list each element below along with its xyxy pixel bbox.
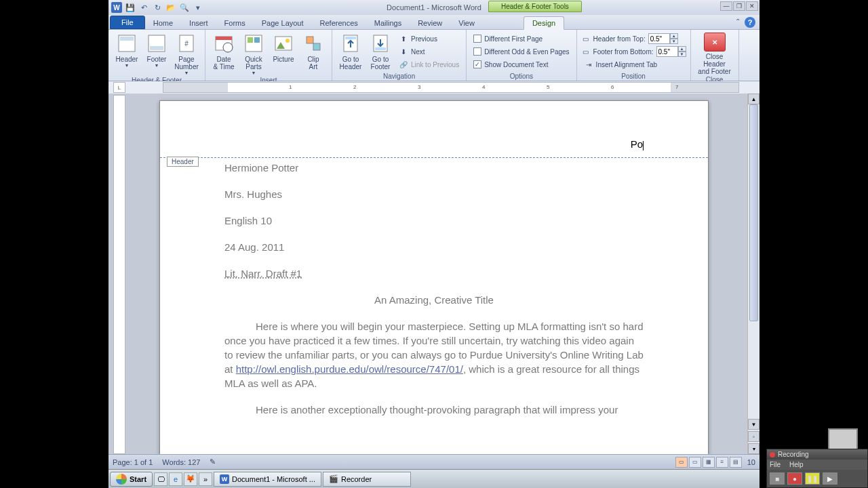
record-button[interactable]: ● [787,472,802,485]
vertical-scrollbar[interactable]: ▲ ▼ ◦ ▾ [747,94,760,454]
web-layout-view-icon[interactable]: ▦ [703,457,715,468]
undo-icon[interactable]: ↶ [138,2,149,13]
firefox-icon[interactable]: 🦊 [184,472,197,486]
date-time-icon [213,33,235,54]
overflow-icon[interactable]: » [199,472,212,486]
close-header-footer-button[interactable]: ✕ Close Header and Footer [695,31,734,75]
different-first-page-checkbox[interactable]: Different First Page [471,33,572,45]
ribbon-tabs: File Home Insert Forms Page Layout Refer… [108,15,760,30]
draft-view-icon[interactable]: ▤ [730,457,742,468]
checkbox-icon [473,47,481,56]
review-tab[interactable]: Review [410,17,450,29]
options-group-label: Options [471,72,572,81]
different-odd-even-checkbox[interactable]: Different Odd & Even Pages [471,45,572,58]
link-previous-button[interactable]: 🔗Link to Previous [396,58,462,70]
previous-icon: ⬆ [399,34,408,43]
ie-icon[interactable]: e [169,472,182,486]
stop-button[interactable]: ■ [770,472,785,485]
date-time-button[interactable]: Date & Time [210,31,238,70]
print-layout-view-icon[interactable]: ▭ [675,457,688,468]
quick-parts-icon [243,33,264,54]
proofing-icon[interactable]: ✎ [210,458,216,466]
zoom-level[interactable]: 10 [747,458,755,466]
navigation-group-label: Navigation [336,72,462,81]
qat-dropdown-icon[interactable]: ▾ [193,2,203,13]
header-label-tab: Header [167,157,199,167]
svg-rect-10 [248,37,253,43]
start-button[interactable]: Start [110,472,153,487]
owl-link: http://owl.english.purdue.edu/owl/resour… [236,363,463,375]
paragraph: Here is where you will begin your master… [224,319,644,390]
header-from-top-input[interactable]: ▲▼ [648,33,678,44]
scroll-down-icon[interactable]: ▼ [748,419,760,430]
design-tab[interactable]: Design [524,16,564,30]
save-icon[interactable]: 💾 [125,2,136,13]
link-icon: 🔗 [399,60,408,69]
mailings-tab[interactable]: Mailings [366,17,410,29]
header-text[interactable]: Po [224,138,644,150]
vertical-ruler[interactable] [113,95,125,454]
scroll-up-icon[interactable]: ▲ [748,94,760,104]
show-desktop-icon[interactable]: 🖵 [154,472,167,486]
next-page-icon[interactable]: ▾ [748,443,760,454]
recorder-window: Recording File Help ■ ● ❚❚ ▶ [766,449,868,488]
footer-from-bottom-input[interactable]: ▲▼ [656,46,686,57]
word-count[interactable]: Words: 127 [162,458,200,466]
next-icon: ⬇ [399,47,408,56]
clip-art-button[interactable]: Clip Art [299,31,328,70]
restore-button[interactable]: ❐ [733,1,745,11]
svg-rect-18 [345,37,356,39]
view-tab[interactable]: View [450,17,483,29]
footer-from-bottom-row: ▭ Footer from Bottom: ▲▼ [581,45,686,58]
pause-button[interactable]: ❚❚ [805,472,820,485]
document-body[interactable]: Hermione Potter Mrs. Hughes English 10 2… [160,157,708,432]
quick-parts-button[interactable]: Quick Parts▼ [239,31,268,76]
document-area: Po Header Hermione Potter Mrs. Hughes En… [108,94,760,454]
word-taskbar-button[interactable]: W Document1 - Microsoft ... [214,472,321,487]
footer-icon [146,33,167,54]
context-tool-tab: Header & Footer Tools [488,1,582,12]
minimize-ribbon-icon[interactable]: ⌃ [735,18,741,25]
goto-footer-button[interactable]: Go to Footer [366,31,395,70]
insert-tab[interactable]: Insert [181,17,216,29]
footer-button[interactable]: Footer▼ [142,31,171,68]
page-number-button[interactable]: # Page Number▼ [172,31,201,76]
page-layout-tab[interactable]: Page Layout [254,17,312,29]
next-button[interactable]: ⬇Next [396,45,462,58]
recorder-help-menu[interactable]: Help [789,461,804,468]
preview-icon[interactable]: 🔍 [179,2,190,13]
redo-icon[interactable]: ↻ [152,2,163,13]
close-window-button[interactable]: ✕ [746,1,758,11]
recorder-titlebar[interactable]: Recording [767,449,867,460]
home-tab[interactable]: Home [145,17,181,29]
minimize-button[interactable]: — [720,1,732,11]
heading-line: Hermione Potter [224,161,644,175]
outline-view-icon[interactable]: ≡ [716,457,728,468]
previous-button[interactable]: ⬆Previous [396,33,462,45]
svg-point-14 [285,39,290,43]
horizontal-ruler[interactable]: 1 2 3 4 5 6 7 [163,82,739,93]
svg-rect-20 [375,47,386,50]
picture-button[interactable]: Picture [269,31,298,63]
references-tab[interactable]: References [312,17,366,29]
goto-header-button[interactable]: Go to Header [336,31,365,70]
header-button[interactable]: Header▼ [113,31,141,68]
page-status[interactable]: Page: 1 of 1 [113,458,153,466]
titlebar: W 💾 ↶ ↻ 📂 🔍 ▾ Document1 - Microsoft Word… [108,0,760,15]
header-region[interactable]: Po [160,128,708,157]
forms-tab[interactable]: Forms [216,17,254,29]
prev-page-icon[interactable]: ◦ [748,431,760,442]
insert-alignment-tab-button[interactable]: ⇥Insert Alignment Tab [581,58,686,70]
show-document-text-checkbox[interactable]: ✓Show Document Text [471,58,572,70]
open-icon[interactable]: 📂 [165,2,176,13]
heading-line: Lit. Narr. Draft #1 [224,266,644,281]
help-icon[interactable]: ? [745,17,755,28]
scroll-thumb[interactable] [749,104,758,321]
svg-rect-11 [254,37,260,43]
recorder-taskbar-button[interactable]: 🎬 Recorder [323,472,411,487]
tab-selector[interactable]: L [113,82,125,93]
recorder-file-menu[interactable]: File [770,461,781,468]
next-button[interactable]: ▶ [823,472,837,485]
file-tab[interactable]: File [110,16,145,29]
full-screen-view-icon[interactable]: ▭ [689,457,701,468]
